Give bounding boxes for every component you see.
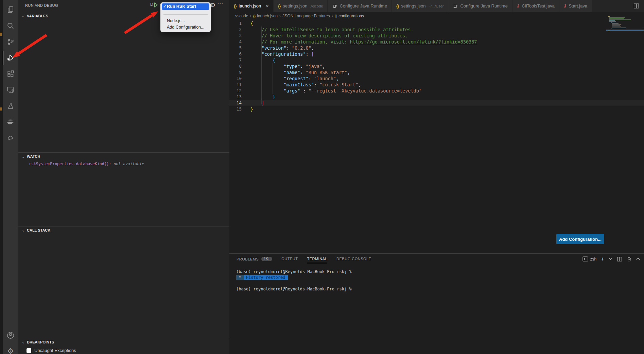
minimap-line xyxy=(608,31,610,31)
editor-tab-bar: {}launch.json×{}settings.json.vscodeConf… xyxy=(229,0,644,12)
kill-terminal-trash-icon[interactable] xyxy=(627,256,632,262)
menu-item-node-js[interactable]: Node.js... xyxy=(162,18,209,24)
editor-tab-clitoolstest-java[interactable]: JCliToolsTest.java xyxy=(512,0,559,12)
java-runtime-icon xyxy=(332,3,337,9)
editor-tab-start-java[interactable]: JStart.java xyxy=(559,0,592,12)
line-number: 1 xyxy=(229,20,242,27)
code-line-text: // Hover to view descriptions of existin… xyxy=(242,33,408,39)
code-line-11[interactable]: 11 "mainClass": "co.rsk.Start", xyxy=(229,82,644,88)
run-and-debug-sidebar: RUN AND DEBUG D ⚙ ⋯ ⌄ VARIABLES ⌄ WATCH … xyxy=(18,0,229,354)
minimap-line xyxy=(609,17,625,18)
add-configuration-button[interactable]: Add Configuration... xyxy=(556,234,604,244)
new-terminal-icon[interactable]: + xyxy=(601,256,604,262)
terminal-shell-selector[interactable]: zsh xyxy=(582,256,596,262)
minimap-line xyxy=(612,26,620,26)
code-line-14[interactable]: 14 ] xyxy=(229,100,644,106)
call-stack-section-header[interactable]: ⌄ CALL STACK xyxy=(18,226,229,234)
code-line-8[interactable]: 8 "type": "java", xyxy=(229,63,644,69)
watch-expression: rskSystemProperties.databaseKind(): xyxy=(29,162,111,166)
search-icon[interactable] xyxy=(3,18,18,34)
tab-description: ~/.../User xyxy=(429,4,444,8)
watch-value: not available xyxy=(114,162,144,166)
code-line-3[interactable]: 3 // Hover to view descriptions of exist… xyxy=(229,33,644,39)
menu-item-add-configuration[interactable]: Add Configuration... xyxy=(162,24,209,31)
run-and-debug-icon[interactable] xyxy=(3,50,18,66)
terminal-output[interactable]: (base) reynoldmorel@Reynolds-MacBook-Pro… xyxy=(236,269,352,292)
breakpoint-item: Uncaught Exceptions xyxy=(18,348,229,353)
editor-area: {}launch.json×{}settings.json.vscodeConf… xyxy=(229,0,644,253)
breadcrumb-item-configurations[interactable]: [ ]configurations xyxy=(335,14,364,18)
remote-explorer-icon[interactable] xyxy=(3,82,18,98)
code-line-text: { xyxy=(242,20,253,27)
editor-tab-configure-java-runtime[interactable]: Configure Java Runtime xyxy=(448,0,512,12)
terminal-dropdown-chevron-icon[interactable] xyxy=(609,258,612,260)
terminal-line xyxy=(236,281,352,286)
breakpoints-section-header[interactable]: ⌄ BREAKPOINTS xyxy=(18,338,229,346)
panel-tab-debug-console[interactable]: DEBUG CONSOLE xyxy=(336,257,371,263)
minimap-line xyxy=(612,27,621,27)
code-line-13[interactable]: 13 } xyxy=(229,94,644,100)
chevron-down-icon: ⌄ xyxy=(21,228,25,233)
minimap-line xyxy=(611,22,612,23)
explorer-icon[interactable] xyxy=(3,2,18,18)
docker-whale-icon[interactable] xyxy=(3,114,18,130)
accounts-icon[interactable] xyxy=(3,327,18,343)
code-line-7[interactable]: 7 { xyxy=(229,57,644,63)
menu-item-label: Node.js... xyxy=(167,18,185,23)
source-control-icon[interactable] xyxy=(3,34,18,50)
code-line-text: "mainClass": "co.rsk.Start", xyxy=(242,82,361,88)
code-line-10[interactable]: 10 "request": "launch", xyxy=(229,75,644,82)
gradle-elephant-icon[interactable] xyxy=(3,130,18,146)
panel-tab-label: DEBUG CONSOLE xyxy=(336,257,371,261)
line-number: 8 xyxy=(229,63,242,69)
code-line-text: "args" : "--regtest -Xkeyvalue.datasourc… xyxy=(242,88,422,94)
extensions-icon[interactable] xyxy=(3,66,18,82)
window-edge-strip xyxy=(0,0,3,354)
watch-expression-item[interactable]: rskSystemProperties.databaseKind(): not … xyxy=(18,162,229,166)
editor-tab-configure-java-runtime[interactable]: Configure Java Runtime xyxy=(328,0,391,12)
java-file-icon: J xyxy=(517,3,519,9)
tab-label: settings.json xyxy=(283,3,307,9)
java-file-icon: J xyxy=(564,3,566,9)
watch-section-header[interactable]: ⌄ WATCH xyxy=(18,153,229,160)
maximize-panel-chevron-icon[interactable] xyxy=(636,258,640,260)
code-editor[interactable]: 1{2 // Use IntelliSense to learn about p… xyxy=(229,20,644,112)
minimap[interactable] xyxy=(608,16,636,32)
breadcrumb-item-launch-json[interactable]: {}launch.json xyxy=(253,14,278,18)
code-line-2[interactable]: 2 // Use IntelliSense to learn about pos… xyxy=(229,27,644,33)
editor-tab-launch-json[interactable]: {}launch.json× xyxy=(229,0,274,12)
code-line-5[interactable]: 5 "version": "0.2.0", xyxy=(229,45,644,51)
code-line-text: // Use IntelliSense to learn about possi… xyxy=(242,27,414,33)
breadcrumb-item-json-language-features[interactable]: JSON Language Features xyxy=(282,14,330,18)
code-line-12[interactable]: 12 "args" : "--regtest -Xkeyvalue.dataso… xyxy=(229,88,644,94)
testing-beaker-icon[interactable] xyxy=(3,98,18,114)
minimap-line xyxy=(612,23,619,24)
panel-tab-bar: PROBLEMS1K+OUTPUTTERMINALDEBUG CONSOLE xyxy=(237,257,371,263)
start-debugging-play-icon[interactable] xyxy=(153,2,159,8)
line-number: 5 xyxy=(229,45,242,51)
editor-tab-settings-json[interactable]: {}settings.json.vscode xyxy=(274,0,328,12)
manage-gear-icon[interactable]: ⚙ xyxy=(3,343,18,354)
terminal-line: (base) reynoldmorel@Reynolds-MacBook-Pro… xyxy=(236,269,352,275)
panel-tab-problems[interactable]: PROBLEMS1K+ xyxy=(237,257,272,263)
more-actions-icon[interactable]: ⋯ xyxy=(217,0,223,7)
close-tab-icon[interactable]: × xyxy=(266,3,269,9)
uncaught-exceptions-checkbox[interactable] xyxy=(27,348,31,353)
panel-tab-terminal[interactable]: TERMINAL xyxy=(307,257,327,263)
breadcrumb-item-vscode[interactable]: .vscode xyxy=(234,14,248,18)
split-terminal-icon[interactable] xyxy=(617,256,622,262)
code-line-4[interactable]: 4 // For more information, visit: https:… xyxy=(229,39,644,45)
code-line-1[interactable]: 1{ xyxy=(229,20,644,27)
background-artifact xyxy=(0,107,2,111)
split-editor-icon[interactable] xyxy=(633,0,639,12)
debug-settings-gear-icon[interactable]: ⚙ xyxy=(210,1,215,9)
editor-tab-settings-json[interactable]: {}settings.json~/.../User xyxy=(392,0,449,12)
code-line-15[interactable]: 15} xyxy=(229,106,644,112)
breadcrumb: .vscode›{}launch.json›JSON Language Feat… xyxy=(229,12,644,20)
line-number: 10 xyxy=(229,75,242,82)
menu-item-run-rsk-start[interactable]: ✓Run RSK Start xyxy=(162,3,209,10)
shell-label: zsh xyxy=(590,257,596,262)
code-line-9[interactable]: 9 "name": "Run RSK Start", xyxy=(229,69,644,75)
code-line-6[interactable]: 6 "configurations": [ xyxy=(229,51,644,57)
panel-tab-output[interactable]: OUTPUT xyxy=(281,257,298,263)
